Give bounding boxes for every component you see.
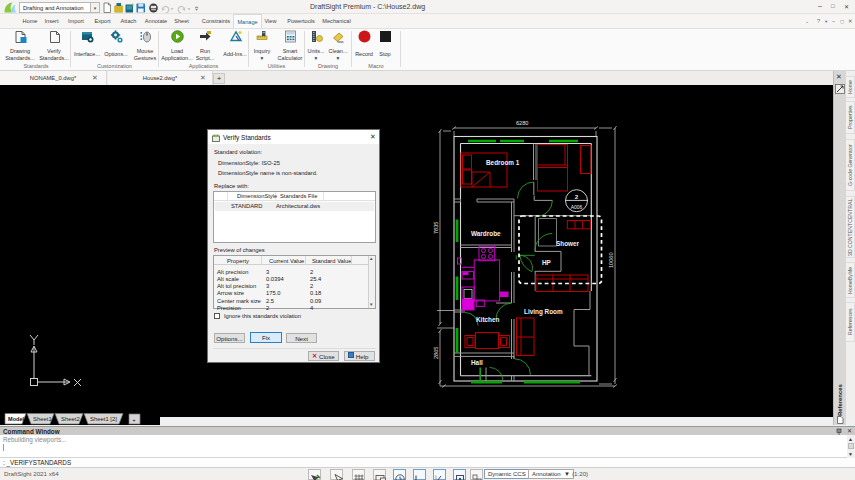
svg-text:2: 2 (575, 193, 579, 200)
svg-text:Wardrobe: Wardrobe (471, 230, 501, 237)
svg-text:Sheet1: Sheet1 (33, 416, 52, 422)
svg-text:2865: 2865 (433, 347, 439, 359)
svg-text:7835: 7835 (433, 222, 439, 234)
svg-text:Sheet2: Sheet2 (61, 416, 80, 422)
svg-text:Model: Model (8, 416, 25, 422)
svg-text:Kitchen: Kitchen (476, 316, 500, 323)
svg-text:10060: 10060 (608, 252, 614, 268)
svg-text:Sheet1 [2]: Sheet1 [2] (90, 416, 117, 422)
svg-text:Bedroom 1: Bedroom 1 (486, 159, 520, 166)
svg-text:Shower: Shower (556, 240, 580, 247)
svg-text:+: + (132, 417, 136, 423)
svg-text:HP: HP (542, 259, 552, 266)
svg-text:Living Room: Living Room (524, 308, 563, 316)
svg-text:Hall: Hall (471, 359, 483, 366)
svg-text:6280: 6280 (516, 120, 528, 126)
svg-text:A006: A006 (571, 204, 583, 210)
